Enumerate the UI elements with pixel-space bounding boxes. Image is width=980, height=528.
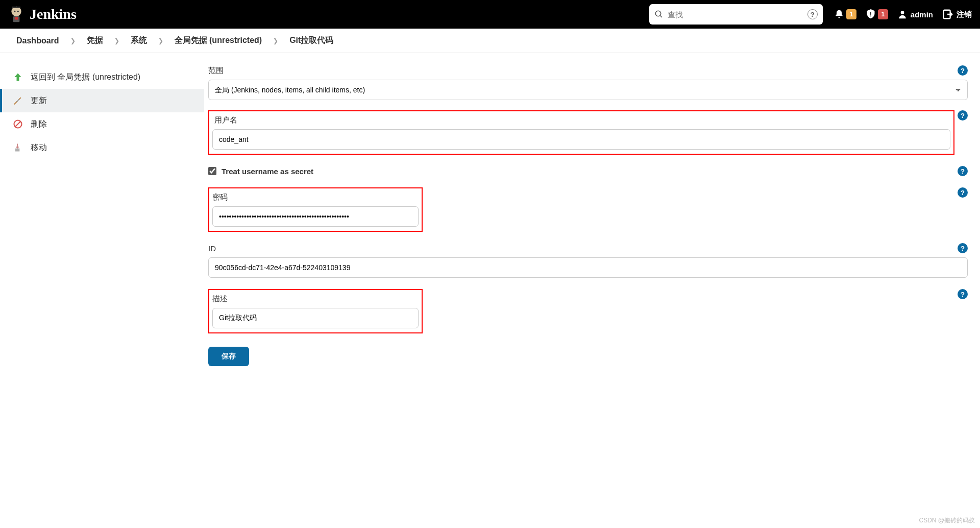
- crumb-current[interactable]: Git拉取代码: [285, 35, 337, 46]
- help-icon[interactable]: ?: [958, 166, 968, 176]
- chevron-right-icon: ❯: [111, 37, 122, 44]
- svg-rect-1: [12, 7, 20, 8]
- scope-select[interactable]: 全局 (Jenkins, nodes, items, all child ite…: [208, 80, 968, 100]
- svg-line-13: [15, 122, 20, 127]
- user-icon: [897, 9, 908, 19]
- brand-logo-wrap[interactable]: Jenkins: [8, 4, 77, 25]
- help-icon[interactable]: ?: [958, 110, 968, 121]
- crumb-credentials[interactable]: 凭据: [83, 35, 107, 46]
- svg-point-10: [900, 11, 904, 14]
- desc-input[interactable]: [212, 308, 419, 328]
- sidebar-item-move[interactable]: 移动: [0, 136, 204, 159]
- search-box[interactable]: ?: [649, 4, 823, 25]
- bell-icon: [834, 9, 844, 19]
- sidebar-item-label: 移动: [31, 142, 47, 153]
- field-username-wrap: ? 用户名: [208, 110, 968, 155]
- alert-badge: 1: [878, 9, 888, 19]
- save-button[interactable]: 保存: [208, 347, 249, 366]
- user-name: admin: [911, 10, 933, 19]
- logout-label: 注销: [957, 10, 972, 19]
- field-scope: 范围 ? 全局 (Jenkins, nodes, items, all chil…: [208, 65, 968, 100]
- svg-point-2: [14, 11, 15, 12]
- crumb-system[interactable]: 系统: [127, 35, 151, 46]
- svg-rect-9: [870, 16, 871, 17]
- up-arrow-icon: [12, 71, 23, 83]
- highlight-password: 密码: [208, 187, 423, 232]
- search-help-icon[interactable]: ?: [807, 9, 818, 19]
- search-input[interactable]: [668, 10, 803, 19]
- scope-label: 范围: [208, 66, 224, 76]
- prohibit-icon: [12, 118, 23, 130]
- search-icon: [654, 10, 664, 19]
- svg-rect-14: [15, 149, 19, 152]
- desc-label: 描述: [212, 294, 419, 304]
- field-treat-secret: Treat username as secret ?: [208, 166, 968, 176]
- help-icon[interactable]: ?: [958, 243, 968, 253]
- help-icon[interactable]: ?: [958, 65, 968, 76]
- svg-point-6: [655, 11, 661, 16]
- chevron-right-icon: ❯: [67, 37, 79, 44]
- field-password-wrap: ? 密码: [208, 187, 968, 232]
- sidebar-item-label: 更新: [31, 95, 47, 106]
- tools-icon: [12, 95, 23, 106]
- sidebar-item-delete[interactable]: 删除: [0, 112, 204, 136]
- notif-badge: 1: [846, 9, 856, 19]
- help-icon[interactable]: ?: [958, 187, 968, 198]
- svg-rect-8: [870, 12, 871, 15]
- shield-alert-icon: [866, 9, 876, 20]
- treat-secret-checkbox[interactable]: [208, 167, 216, 175]
- svg-line-7: [660, 15, 662, 17]
- watermark: CSDN @搬砖的码蚁: [919, 516, 975, 525]
- crumb-global[interactable]: 全局凭据 (unrestricted): [170, 35, 266, 46]
- id-label: ID: [208, 244, 216, 253]
- username-label: 用户名: [214, 115, 950, 125]
- jenkins-logo-icon: [8, 4, 24, 25]
- logout-button[interactable]: 注销: [942, 9, 972, 20]
- header-icons: 1 1 admin 注销: [834, 9, 972, 20]
- main-form: 范围 ? 全局 (Jenkins, nodes, items, all chil…: [204, 53, 980, 528]
- sidebar-item-label: 返回到 全局凭据 (unrestricted): [31, 72, 140, 83]
- password-input[interactable]: [212, 206, 419, 227]
- move-icon: [12, 142, 23, 153]
- top-header: Jenkins ? 1 1 admin 注销: [0, 0, 980, 29]
- password-label: 密码: [212, 193, 419, 202]
- sidebar-item-back[interactable]: 返回到 全局凭据 (unrestricted): [0, 65, 204, 89]
- notifications-button[interactable]: 1: [834, 9, 856, 19]
- field-id: ID ?: [208, 243, 968, 278]
- logout-icon: [942, 9, 953, 20]
- sidebar-item-update[interactable]: 更新: [0, 89, 204, 112]
- chevron-right-icon: ❯: [155, 37, 166, 44]
- help-icon[interactable]: ?: [958, 289, 968, 299]
- id-input[interactable]: [208, 257, 968, 278]
- sidebar-item-label: 删除: [31, 119, 47, 130]
- alerts-button[interactable]: 1: [866, 9, 888, 20]
- field-desc-wrap: ? 描述: [208, 289, 968, 333]
- sidebar: 返回到 全局凭据 (unrestricted) 更新 删除 移动: [0, 53, 204, 528]
- chevron-right-icon: ❯: [270, 37, 281, 44]
- brand-text: Jenkins: [30, 6, 77, 22]
- highlight-description: 描述: [208, 289, 423, 333]
- breadcrumb: Dashboard ❯ 凭据 ❯ 系统 ❯ 全局凭据 (unrestricted…: [0, 29, 980, 53]
- treat-secret-label: Treat username as secret: [222, 167, 313, 176]
- svg-rect-5: [15, 17, 18, 20]
- user-menu[interactable]: admin: [897, 9, 933, 19]
- username-input[interactable]: [212, 129, 950, 150]
- crumb-dashboard[interactable]: Dashboard: [12, 36, 63, 45]
- highlight-username: 用户名: [208, 110, 954, 155]
- svg-point-3: [17, 11, 19, 12]
